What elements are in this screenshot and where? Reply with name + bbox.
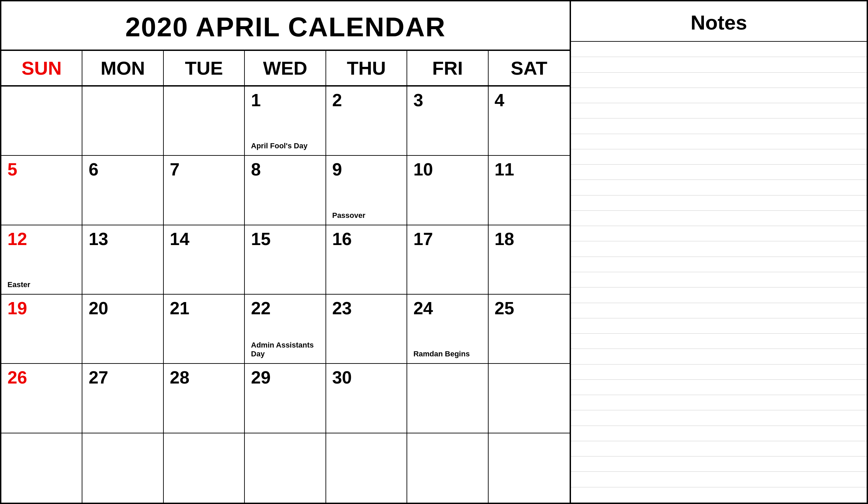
cell-date: 29 xyxy=(251,369,319,386)
notes-line xyxy=(571,164,867,180)
calendar-cell xyxy=(164,433,245,503)
day-header-sat: SAT xyxy=(488,51,570,85)
notes-line xyxy=(571,410,867,426)
calendar-cell: 12Easter xyxy=(1,225,82,294)
calendar-grid: 1April Fool's Day23456789Passover101112E… xyxy=(1,87,570,503)
notes-lines xyxy=(571,42,867,503)
cell-date: 2 xyxy=(332,91,401,109)
calendar-row-0: 1April Fool's Day234 xyxy=(1,87,570,156)
calendar-cell: 26 xyxy=(1,364,82,432)
cell-date: 7 xyxy=(170,161,238,178)
calendar-cell xyxy=(326,433,407,503)
cell-date: 20 xyxy=(89,299,157,317)
notes-panel: Notes xyxy=(571,1,867,503)
cell-date: 1 xyxy=(251,91,319,109)
calendar-cell: 21 xyxy=(164,295,245,363)
cell-date: 30 xyxy=(332,369,401,386)
calendar-cell xyxy=(82,433,163,503)
cell-event: Ramdan Begins xyxy=(413,346,482,359)
calendar-cell: 23 xyxy=(326,295,407,363)
notes-line xyxy=(571,395,867,410)
notes-line xyxy=(571,195,867,211)
cell-event: April Fool's Day xyxy=(251,138,319,150)
calendar-cell: 10 xyxy=(407,156,488,224)
calendar-main: 2020 APRIL CALENDAR SUNMONTUEWEDTHUFRISA… xyxy=(1,1,571,503)
day-header-fri: FRI xyxy=(407,51,488,85)
notes-line xyxy=(571,426,867,441)
calendar-cell: 25 xyxy=(488,295,570,363)
notes-line xyxy=(571,303,867,318)
notes-line xyxy=(571,119,867,134)
cell-date: 8 xyxy=(251,161,319,178)
notes-line xyxy=(571,456,867,472)
notes-line xyxy=(571,103,867,119)
calendar-cell: 4 xyxy=(488,87,570,155)
cell-date: 27 xyxy=(89,369,157,386)
calendar-cell: 24Ramdan Begins xyxy=(407,295,488,363)
notes-line xyxy=(571,380,867,395)
calendar-cell: 14 xyxy=(164,225,245,294)
calendar-row-4: 2627282930 xyxy=(1,364,570,433)
day-header-thu: THU xyxy=(326,51,407,85)
cell-date: 9 xyxy=(332,161,401,178)
calendar-cell: 2 xyxy=(326,87,407,155)
cell-date: 15 xyxy=(251,230,319,248)
calendar-row-1: 56789Passover1011 xyxy=(1,156,570,225)
cell-date: 14 xyxy=(170,230,238,248)
calendar-cell: 1April Fool's Day xyxy=(245,87,326,155)
notes-line xyxy=(571,334,867,349)
cell-date: 4 xyxy=(495,91,564,109)
notes-line xyxy=(571,149,867,164)
day-header-sun: SUN xyxy=(1,51,82,85)
calendar-row-2: 12Easter131415161718 xyxy=(1,225,570,295)
day-header-wed: WED xyxy=(245,51,326,85)
cell-event: Passover xyxy=(332,208,401,220)
calendar-cell: 11 xyxy=(488,156,570,224)
calendar-wrapper: 2020 APRIL CALENDAR SUNMONTUEWEDTHUFRISA… xyxy=(0,0,868,504)
calendar-cell: 20 xyxy=(82,295,163,363)
cell-date: 28 xyxy=(170,369,238,386)
calendar-cell: 22Admin Assistants Day xyxy=(245,295,326,363)
cell-date: 10 xyxy=(413,161,482,178)
calendar-cell xyxy=(407,433,488,503)
cell-date: 13 xyxy=(89,230,157,248)
notes-line xyxy=(571,487,867,503)
calendar-cell: 16 xyxy=(326,225,407,294)
notes-line xyxy=(571,288,867,303)
calendar-cell: 6 xyxy=(82,156,163,224)
notes-line xyxy=(571,472,867,487)
notes-line xyxy=(571,272,867,288)
cell-date: 26 xyxy=(8,369,76,386)
calendar-cell: 29 xyxy=(245,364,326,432)
notes-line xyxy=(571,73,867,88)
notes-line xyxy=(571,241,867,256)
cell-date: 16 xyxy=(332,230,401,248)
calendar-row-3: 19202122Admin Assistants Day2324Ramdan B… xyxy=(1,295,570,364)
calendar-cell xyxy=(488,433,570,503)
cell-date: 18 xyxy=(495,230,564,248)
cell-event: Easter xyxy=(8,277,76,289)
calendar-row-5 xyxy=(1,433,570,503)
cell-date: 21 xyxy=(170,299,238,317)
day-header-mon: MON xyxy=(82,51,163,85)
day-headers: SUNMONTUEWEDTHUFRISAT xyxy=(1,51,570,87)
calendar-cell xyxy=(245,433,326,503)
cell-date: 12 xyxy=(8,230,76,248)
calendar-cell: 19 xyxy=(1,295,82,363)
calendar-cell: 8 xyxy=(245,156,326,224)
calendar-cell xyxy=(407,364,488,432)
day-header-tue: TUE xyxy=(164,51,245,85)
calendar-cell: 27 xyxy=(82,364,163,432)
cell-date: 5 xyxy=(8,161,76,178)
cell-date: 6 xyxy=(89,161,157,178)
calendar-cell: 28 xyxy=(164,364,245,432)
calendar-cell: 5 xyxy=(1,156,82,224)
calendar-cell xyxy=(1,433,82,503)
notes-line xyxy=(571,257,867,272)
calendar-cell: 30 xyxy=(326,364,407,432)
calendar-cell: 17 xyxy=(407,225,488,294)
calendar-title: 2020 APRIL CALENDAR xyxy=(1,1,570,51)
notes-line xyxy=(571,364,867,380)
calendar-cell xyxy=(1,87,82,155)
calendar-cell xyxy=(82,87,163,155)
